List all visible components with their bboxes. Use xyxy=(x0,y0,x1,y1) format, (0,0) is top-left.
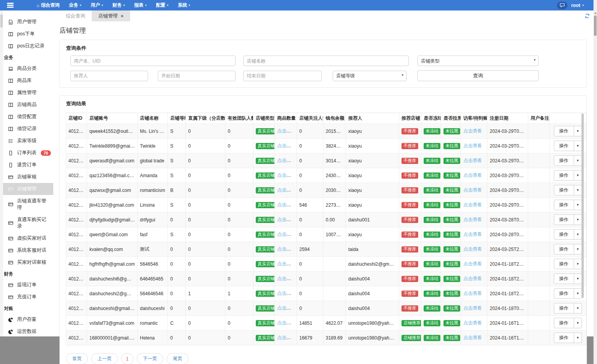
view-link[interactable]: 点击查看 xyxy=(463,217,482,222)
view-link[interactable]: 点击查看 xyxy=(277,128,296,134)
navbar-item-财务[interactable]: 财务▾ xyxy=(108,0,129,10)
end-date-input[interactable] xyxy=(243,71,322,81)
sidebar-item-属性管理[interactable]: 属性管理 xyxy=(0,87,53,99)
sidebar-item-用户存量[interactable]: 用户存量 xyxy=(0,313,53,326)
action-button[interactable]: 操作 xyxy=(554,126,574,136)
view-link[interactable]: 点击查看 xyxy=(277,320,296,326)
action-button[interactable]: 操作 xyxy=(554,303,574,313)
view-link[interactable]: 点击查看 xyxy=(463,232,482,237)
search-button[interactable]: 查询 xyxy=(417,70,539,81)
view-link[interactable]: 点击查看 xyxy=(463,246,482,252)
action-dropdown-button[interactable]: ▼ xyxy=(574,229,582,240)
action-button[interactable]: 操作 xyxy=(554,170,574,181)
navbar-item-综合查询[interactable]: ⌂综合查询 xyxy=(32,0,64,10)
view-link[interactable]: 点击查看 xyxy=(277,202,296,207)
table-scrollbar[interactable] xyxy=(581,113,584,298)
sidebar-item-系统客服对话[interactable]: 系统客服对话 xyxy=(0,244,53,256)
sidebar-item-订单列表[interactable]: 订单列表70 xyxy=(0,147,53,159)
action-button[interactable]: 操作 xyxy=(554,244,574,254)
action-button[interactable]: 操作 xyxy=(554,141,574,151)
action-button[interactable]: 操作 xyxy=(554,200,574,210)
view-link[interactable]: 点击查看 xyxy=(463,172,482,178)
view-link[interactable]: 点击查看 xyxy=(277,291,296,296)
start-date-input[interactable] xyxy=(158,71,236,81)
username-uid-input[interactable] xyxy=(70,56,236,66)
action-button[interactable]: 操作 xyxy=(554,229,574,240)
sidebar-item-退货订单[interactable]: 退货订单 xyxy=(0,159,53,171)
action-dropdown-button[interactable]: ▼ xyxy=(574,200,582,210)
action-button[interactable]: 操作 xyxy=(554,288,574,299)
referrer-input[interactable] xyxy=(70,71,148,81)
sidebar-toggle-icon[interactable] xyxy=(4,1,17,9)
sidebar-item-充值订单[interactable]: 充值订单 xyxy=(0,291,53,303)
action-dropdown-button[interactable]: ▼ xyxy=(574,155,582,166)
action-dropdown-button[interactable]: ▼ xyxy=(574,318,582,328)
view-link[interactable]: 点击查看 xyxy=(463,128,482,134)
action-button[interactable]: 操作 xyxy=(554,318,574,328)
view-link[interactable]: 点击查看 xyxy=(463,202,482,207)
tab-综合查询[interactable]: 综合查询 xyxy=(59,10,92,21)
action-dropdown-button[interactable]: ▼ xyxy=(574,288,582,299)
navbar-item-配置[interactable]: 配置▾ xyxy=(151,0,173,10)
sidebar-item-店铺直通车管理[interactable]: 店铺直通车管理 xyxy=(0,195,53,214)
view-link[interactable]: 点击查看 xyxy=(277,335,296,340)
view-link[interactable]: 点击查看 xyxy=(277,305,296,311)
view-link[interactable]: 点击查看 xyxy=(463,320,482,326)
action-button[interactable]: 操作 xyxy=(554,155,574,166)
close-icon[interactable]: ✕ xyxy=(120,14,124,18)
chat-button[interactable] xyxy=(557,2,567,9)
sidebar-item-提现订单[interactable]: 提现订单 xyxy=(0,279,53,291)
action-dropdown-button[interactable]: ▼ xyxy=(574,303,582,313)
action-button[interactable]: 操作 xyxy=(554,185,574,195)
sidebar-item-虚拟买家对话[interactable]: 虚拟买家对话 xyxy=(0,232,53,244)
shop-name-input[interactable] xyxy=(243,56,409,66)
navbar-item-系统[interactable]: 系统▾ xyxy=(173,0,195,10)
action-button[interactable]: 操作 xyxy=(554,259,574,269)
sidebar-item-买家对话审核[interactable]: 买家对话审核 xyxy=(0,256,53,268)
view-link[interactable]: 点击查看 xyxy=(463,276,482,281)
action-button[interactable]: 操作 xyxy=(554,333,574,343)
sidebar-item-pos下单[interactable]: pos下单 xyxy=(0,28,53,40)
view-link[interactable]: 点击查看 xyxy=(277,172,296,178)
action-button[interactable]: 操作 xyxy=(554,273,574,284)
view-link[interactable]: 点击查看 xyxy=(277,143,296,148)
action-dropdown-button[interactable]: ▼ xyxy=(574,214,582,225)
sidebar-scrollbar[interactable] xyxy=(0,10,3,336)
view-link[interactable]: 点击查看 xyxy=(463,291,482,296)
action-dropdown-button[interactable]: ▼ xyxy=(574,244,582,254)
view-link[interactable]: 点击查看 xyxy=(277,246,296,252)
shop-level-select[interactable]: 店铺等级 xyxy=(333,71,407,81)
action-dropdown-button[interactable]: ▼ xyxy=(574,170,582,181)
sidebar-item-pos日志记录[interactable]: pos日志记录 xyxy=(0,40,53,52)
page-current[interactable]: 1 xyxy=(121,353,133,364)
view-link[interactable]: 点击查看 xyxy=(277,276,296,281)
sidebar-item-用户管理[interactable]: 用户管理 xyxy=(0,16,53,28)
sidebar-item-店铺审核[interactable]: 店铺审核 xyxy=(0,171,53,183)
view-link[interactable]: 点击查看 xyxy=(463,143,482,148)
view-link[interactable]: 点击查看 xyxy=(463,158,482,163)
action-dropdown-button[interactable]: ▼ xyxy=(574,273,582,284)
tab-店铺管理[interactable]: 店铺管理✕ xyxy=(92,10,130,21)
action-dropdown-button[interactable]: ▼ xyxy=(574,141,582,151)
view-link[interactable]: 点击查看 xyxy=(463,261,482,266)
scrollbar-thumb[interactable] xyxy=(594,16,597,36)
navbar-item-用户[interactable]: 用户▾ xyxy=(86,0,108,10)
navbar-item-报表[interactable]: 报表▾ xyxy=(129,0,151,10)
shop-type-select[interactable]: 店铺类型 xyxy=(417,56,539,66)
view-link[interactable]: 点击查看 xyxy=(463,305,482,311)
sidebar-item-商品库[interactable]: 商品库 xyxy=(0,75,53,87)
navbar-item-业务[interactable]: 业务▾ xyxy=(64,0,86,10)
sidebar-item-商品分类[interactable]: 商品分类 xyxy=(0,63,53,75)
user-menu[interactable]: root ▾ xyxy=(571,3,584,8)
sidebar-item-卖家等级[interactable]: 卖家等级 xyxy=(0,135,53,147)
sidebar-item-店铺商品[interactable]: 店铺商品 xyxy=(0,99,53,111)
view-link[interactable]: 点击查看 xyxy=(277,187,296,193)
action-dropdown-button[interactable]: ▼ xyxy=(574,126,582,136)
action-button[interactable]: 操作 xyxy=(554,214,574,225)
sidebar-item-借贷配置[interactable]: 借贷配置 xyxy=(0,111,53,123)
sidebar-item-运营数据[interactable]: 运营数据 xyxy=(0,326,53,336)
view-link[interactable]: 点击查看 xyxy=(463,187,482,193)
sidebar-item-店铺管理[interactable]: 店铺管理 xyxy=(0,183,53,195)
view-link[interactable]: 点击查看 xyxy=(463,335,482,340)
action-dropdown-button[interactable]: ▼ xyxy=(574,333,582,343)
